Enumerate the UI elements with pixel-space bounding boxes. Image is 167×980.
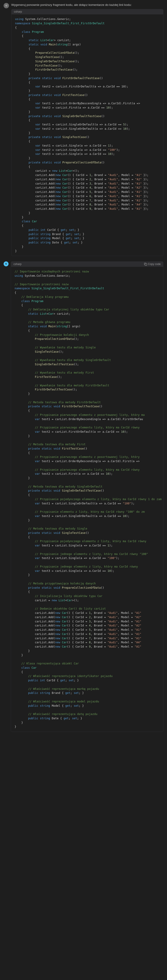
user-prompt-text: Wygeneruj ponownie poniższy fragment kod…	[11, 3, 164, 7]
svg-rect-0	[145, 264, 147, 266]
full-page: U Wygeneruj ponownie poniższy fragment k…	[0, 0, 167, 980]
copy-icon	[144, 263, 147, 266]
original-code-block: csharp using System.Collections.Generic;…	[11, 9, 164, 256]
response-code-pre: // Importowanie niezbędnych przestrzeni …	[11, 267, 164, 732]
copy-code-button[interactable]: Copy code	[144, 262, 161, 266]
user-avatar: U	[3, 3, 9, 8]
response-lang-label: csharp	[13, 262, 22, 266]
copy-code-label: Copy code	[148, 262, 161, 266]
ai-avatar: G	[3, 261, 8, 266]
original-code-header: csharp	[11, 9, 164, 14]
original-lang-label: csharp	[14, 10, 22, 13]
user-content: Wygeneruj ponownie poniższy fragment kod…	[11, 3, 164, 256]
response-code-header: csharp Copy code	[11, 261, 164, 267]
user-prompt-area: U Wygeneruj ponownie poniższy fragment k…	[0, 0, 167, 259]
ai-response-content: csharp Copy code // Importowanie niezbęd…	[11, 261, 164, 732]
ai-response-area: G csharp Copy code // Importowanie niezb…	[0, 259, 167, 735]
avatar-initials: U	[6, 4, 7, 7]
original-code-pre: using System.Collections.Generic; namesp…	[11, 14, 164, 256]
response-code-block: csharp Copy code // Importowanie niezbęd…	[11, 261, 164, 732]
